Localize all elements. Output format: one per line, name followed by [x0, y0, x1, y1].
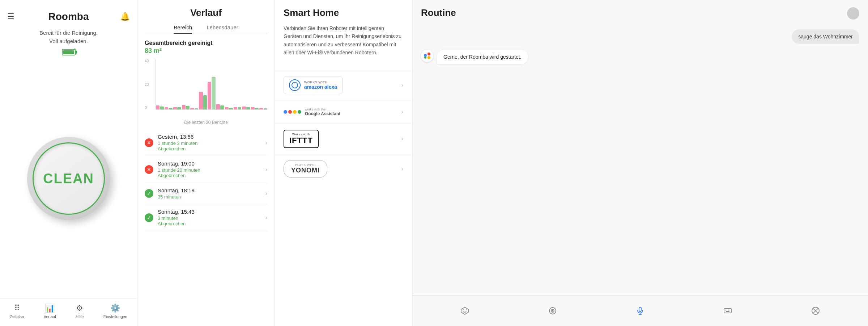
- success-icon: ✓: [145, 213, 153, 222]
- google-logo: works with the Google Assistant: [284, 106, 401, 118]
- history-duration: 35 minuten: [158, 194, 265, 200]
- keyboard-button[interactable]: [720, 303, 736, 319]
- yonomi-logo: PLAYS WITH YONOMI: [284, 160, 401, 177]
- chart-area: 40 20 0: [145, 59, 267, 117]
- battery-icon: +: [62, 49, 76, 55]
- chevron-right-icon: ›: [401, 135, 403, 142]
- svg-point-1: [427, 53, 430, 55]
- routine-title: Routine: [421, 7, 859, 18]
- tab-lebensdauer[interactable]: Lebensdauer: [207, 24, 238, 34]
- routine-bottom-bar: [412, 295, 868, 326]
- alexa-badge: works with amazon alexa: [284, 76, 342, 94]
- google-assistant-avatar: [421, 50, 433, 62]
- history-duration: 1 stunde 20 minuten: [158, 167, 265, 173]
- history-item[interactable]: ✓ Sonntag, 18:19 35 minuten ›: [145, 183, 267, 204]
- bot-message-bubble: Gerne, der Roomba wird gestartet.: [437, 50, 528, 64]
- chevron-right-icon: ›: [265, 166, 267, 173]
- ifttt-name: IFTTT: [289, 136, 313, 145]
- tab-container: Bereich Lebensdauer: [145, 24, 267, 34]
- history-date: Sonntag, 15:43: [158, 209, 265, 215]
- history-duration: 3 minuten: [158, 216, 265, 221]
- history-item[interactable]: ✓ Sonntag, 15:43 3 minuten Abgebrochen ›: [145, 204, 267, 231]
- compass-button[interactable]: [808, 303, 824, 319]
- history-info: Sonntag, 15:43 3 minuten Abgebrochen: [158, 209, 265, 226]
- chart-section: Gesamtbereich gereinigt 83 m² 40 20 0: [137, 40, 275, 129]
- chart-label: Gesamtbereich gereinigt: [145, 40, 267, 46]
- ifttt-logo: Works with IFTTT: [284, 130, 401, 148]
- service-yonomi[interactable]: PLAYS WITH YONOMI ›: [275, 154, 412, 183]
- service-alexa[interactable]: works with amazon alexa ›: [275, 70, 412, 100]
- zeitplan-icon: ⠿: [14, 304, 20, 313]
- svg-point-2: [427, 56, 430, 59]
- verlauf-title: Verlauf: [145, 7, 267, 18]
- history-status: Abgebrochen: [158, 173, 265, 178]
- verlauf-nav-icon: 📊: [45, 304, 55, 313]
- input-toolbar: [421, 300, 859, 319]
- verlauf-nav-label: Verlauf: [44, 314, 56, 319]
- smarthome-panel: Smart Home Verbinden Sie Ihren Roboter m…: [275, 0, 412, 326]
- chevron-right-icon: ›: [265, 190, 267, 197]
- alexa-logo: works with amazon alexa: [284, 76, 401, 94]
- roomba-status: Bereit für die Reinigung. Voll aufgelade…: [39, 29, 98, 45]
- google-works-label: works with the: [305, 108, 340, 111]
- battery-display: +: [62, 49, 76, 55]
- tab-bereich[interactable]: Bereich: [174, 24, 192, 34]
- history-date: Sonntag, 18:19: [158, 187, 265, 193]
- chevron-right-icon: ›: [265, 214, 267, 221]
- nav-hilfe[interactable]: ⚙ Hilfe: [76, 304, 84, 319]
- bottom-nav: ⠿ Zeitplan 📊 Verlauf ⚙ Hilfe ⚙️ Einstell…: [0, 298, 137, 326]
- smarthome-header: Smart Home Verbinden Sie Ihren Roboter m…: [275, 0, 412, 70]
- routine-panel: Routine sauge das Wohnzimmer Gerne, der …: [412, 0, 868, 326]
- zeitplan-label: Zeitplan: [10, 314, 24, 319]
- ifttt-works-label: Works with: [292, 133, 310, 136]
- chart-bars: [156, 59, 267, 110]
- history-status: Abgebrochen: [158, 146, 265, 151]
- yonomi-plays-label: PLAYS WITH: [295, 163, 316, 167]
- y-axis: 40 20 0: [145, 59, 149, 117]
- menu-icon[interactable]: ☰: [7, 12, 14, 21]
- user-avatar: [847, 7, 859, 20]
- camera-button[interactable]: [545, 303, 561, 319]
- history-duration: 1 stunde 3 minuten: [158, 141, 265, 146]
- alexa-ring-icon: [289, 79, 301, 91]
- mic-button[interactable]: [632, 303, 648, 319]
- nav-einstellungen[interactable]: ⚙️ Einstellungen: [103, 304, 127, 319]
- clean-label[interactable]: CLEAN: [43, 171, 94, 187]
- ifttt-badge: Works with IFTTT: [284, 130, 319, 148]
- svg-rect-10: [639, 307, 641, 312]
- chat-area: sauge das Wohnzimmer Gerne, der Roomba w…: [412, 26, 868, 295]
- service-ifttt[interactable]: Works with IFTTT ›: [275, 124, 412, 154]
- google-badge: works with the Google Assistant: [284, 106, 340, 118]
- history-date: Sonntag, 19:00: [158, 160, 265, 167]
- history-date: Gestern, 13:56: [158, 134, 265, 140]
- svg-point-9: [552, 310, 553, 312]
- svg-rect-13: [724, 309, 731, 313]
- verlauf-panel: Verlauf Bereich Lebensdauer Gesamtbereic…: [137, 0, 275, 326]
- user-message-text: sauge das Wohnzimmer: [798, 34, 853, 39]
- history-item[interactable]: ✕ Gestern, 13:56 1 stunde 3 minuten Abge…: [145, 129, 267, 156]
- emoji-button[interactable]: [457, 303, 473, 319]
- history-info: Sonntag, 19:00 1 stunde 20 minuten Abgeb…: [158, 160, 265, 178]
- roomba-header: ☰ Roomba 🔔: [0, 7, 137, 26]
- chevron-right-icon: ›: [401, 82, 403, 88]
- service-google[interactable]: works with the Google Assistant ›: [275, 100, 412, 124]
- history-status: Abgebrochen: [158, 221, 265, 226]
- hilfe-label: Hilfe: [76, 314, 84, 319]
- bot-message-container: Gerne, der Roomba wird gestartet.: [421, 50, 859, 64]
- hilfe-icon: ⚙: [76, 304, 83, 313]
- history-item[interactable]: ✕ Sonntag, 19:00 1 stunde 20 minuten Abg…: [145, 156, 267, 183]
- nav-zeitplan[interactable]: ⠿ Zeitplan: [10, 304, 24, 319]
- nav-verlauf[interactable]: 📊 Verlauf: [44, 304, 56, 319]
- bell-icon[interactable]: 🔔: [120, 12, 130, 21]
- clean-button-container: CLEAN: [27, 59, 110, 298]
- smarthome-title: Smart Home: [284, 7, 403, 18]
- history-list: ✕ Gestern, 13:56 1 stunde 3 minuten Abge…: [137, 129, 275, 326]
- svg-marker-4: [461, 307, 468, 314]
- chart-value: 83 m²: [145, 47, 267, 55]
- clean-button-inner[interactable]: CLEAN: [33, 142, 105, 215]
- google-dots-icon: [284, 110, 301, 114]
- chevron-right-icon: ›: [401, 109, 403, 115]
- roomba-panel: ☰ Roomba 🔔 Bereit für die Reinigung. Vol…: [0, 0, 137, 326]
- clean-button-outer[interactable]: CLEAN: [27, 137, 110, 220]
- chevron-right-icon: ›: [265, 139, 267, 146]
